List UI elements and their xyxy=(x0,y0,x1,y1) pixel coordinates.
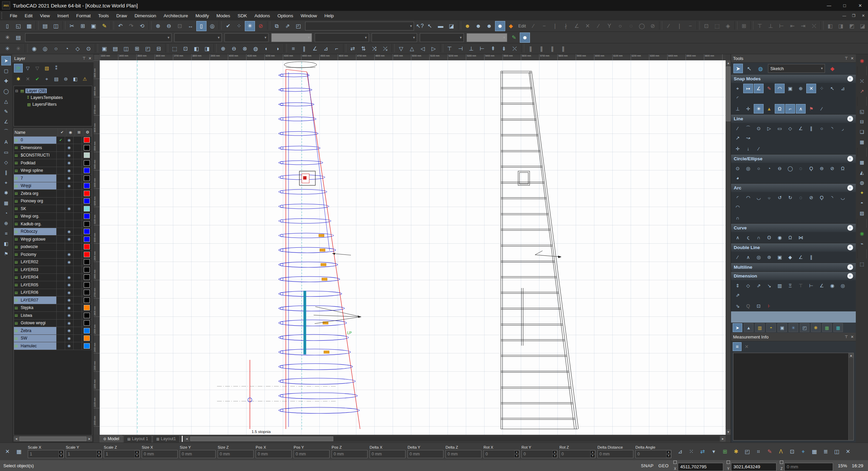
layer-color-cell[interactable] xyxy=(82,198,92,205)
dimension-tool-icon[interactable]: ⊡ xyxy=(754,301,764,311)
layer-color-swatch[interactable] xyxy=(84,328,90,333)
toolbar-icon[interactable]: ✳ xyxy=(2,44,13,54)
layer-active-check[interactable] xyxy=(57,251,65,258)
world-icon[interactable]: ◍ xyxy=(756,64,765,73)
inspector-icon[interactable]: ▦ xyxy=(809,447,820,457)
menu-item[interactable]: Format xyxy=(73,11,95,20)
inspector-icon[interactable]: Λ xyxy=(776,447,786,457)
layer-row[interactable]: ▤LAYER06 ◉ xyxy=(14,289,92,297)
inspector-field-box[interactable]: 0 mm ▲▼ xyxy=(370,450,406,458)
close-icon[interactable]: ✕ xyxy=(851,335,854,339)
toolbar-icon[interactable]: ⇥ xyxy=(798,21,808,31)
toolbar-icon[interactable]: ✳ xyxy=(13,44,23,54)
layer-lock-cell[interactable] xyxy=(74,320,82,327)
curve-tool-icon[interactable]: Ω xyxy=(785,233,795,242)
close-icon[interactable]: ✕ xyxy=(88,56,92,61)
toolbar-icon[interactable]: ◇ xyxy=(73,44,83,54)
spin-down-icon[interactable]: ▼ xyxy=(135,454,139,458)
modify-tool-icon[interactable]: ▩ xyxy=(857,158,867,167)
axis-checkbox[interactable] xyxy=(780,460,783,464)
line-tool-icon[interactable]: ⊙ xyxy=(754,124,764,133)
spin-down-icon[interactable]: ▼ xyxy=(552,454,557,458)
layer-color-cell[interactable] xyxy=(82,152,92,159)
doubleline-tool-icon[interactable]: ◎ xyxy=(754,252,764,262)
section-header-snap[interactable]: Snap Modes « xyxy=(731,74,856,83)
layer-color-swatch[interactable] xyxy=(84,213,90,219)
layer-lock-cell[interactable] xyxy=(74,251,82,258)
section-header-line[interactable]: Line « xyxy=(731,114,856,123)
toolbar-icon[interactable]: ⇞ xyxy=(488,44,498,54)
circle-tool-icon[interactable]: ◯ xyxy=(785,164,795,173)
toolbar-icon[interactable]: ⊕ xyxy=(218,44,228,54)
geo-toggle[interactable]: GEO xyxy=(658,463,669,468)
toolbar-icon[interactable]: ✕ xyxy=(583,21,593,31)
palette-tab-icon[interactable]: ➤ xyxy=(733,323,742,332)
toolbar-icon[interactable]: ⊕ xyxy=(153,21,163,31)
section-header-curve[interactable]: Curve « xyxy=(731,223,856,232)
layer-lock-cell[interactable] xyxy=(74,152,82,159)
doubleline-tool-icon[interactable]: ▣ xyxy=(775,252,785,262)
layer-lock-cell[interactable] xyxy=(74,281,82,289)
layer-color-swatch[interactable] xyxy=(84,191,90,196)
layer-lock-cell[interactable] xyxy=(74,198,82,205)
toolbar-icon[interactable]: ▣ xyxy=(99,44,110,54)
toolbar-icon[interactable]: ⊞ xyxy=(78,21,88,31)
layer-lock-cell[interactable] xyxy=(74,213,82,220)
inspector-field-box[interactable]: 0 mm ▲▼ xyxy=(218,450,254,458)
layer-toolbar-icon[interactable]: ✔ xyxy=(33,75,42,83)
edit-tool-icon[interactable]: ↖ xyxy=(745,64,754,73)
menu-item[interactable]: Window xyxy=(297,11,321,20)
snap-mode-icon[interactable]: ↦ xyxy=(743,84,753,93)
layer-tree-item[interactable]: ⁑ LayersTemplates xyxy=(15,94,91,101)
layer-toolbar-icon[interactable]: ✱ xyxy=(14,75,23,83)
doubleline-tool-icon[interactable]: ⊚ xyxy=(764,252,774,262)
modify-tool-icon[interactable] xyxy=(857,219,867,228)
toolbar-icon[interactable]: ⊗ xyxy=(240,44,250,54)
modify-tool-icon[interactable]: ❏ xyxy=(857,127,867,137)
snap-mode-icon[interactable]: ✳ xyxy=(754,104,764,114)
layer-color-swatch[interactable] xyxy=(84,221,90,227)
circle-tool-icon[interactable]: ⊘ xyxy=(827,164,837,173)
curve-tool-icon[interactable]: ς xyxy=(743,233,753,242)
layer-color-cell[interactable] xyxy=(82,205,92,212)
toolbar-icon[interactable]: ⇤ xyxy=(787,21,797,31)
line-tool-icon[interactable]: ↓ xyxy=(743,144,753,153)
toolbar-icon[interactable]: ⬚ xyxy=(712,21,722,31)
layer-active-check[interactable] xyxy=(57,167,65,175)
toolbar-icon[interactable]: ⇅ xyxy=(358,44,369,54)
layer-color-cell[interactable] xyxy=(82,182,92,190)
snap-mode-icon[interactable]: ⌐ xyxy=(785,104,795,114)
layer-toolbar-icon[interactable]: ▧ xyxy=(42,64,51,73)
doubleline-tool-icon[interactable]: ∥ xyxy=(806,252,816,262)
toolbar-icon[interactable]: ∣ xyxy=(550,21,560,31)
layer-lock-cell[interactable] xyxy=(74,327,82,334)
toolbar-icon[interactable] xyxy=(25,44,28,53)
layer-visible-eye-icon[interactable] xyxy=(65,198,74,205)
spin-down-icon[interactable]: ▼ xyxy=(97,454,101,458)
arc-tool-icon[interactable]: ◠ xyxy=(743,193,753,202)
toolbar-icon[interactable]: ▤ xyxy=(13,33,23,43)
palette-tab-icon[interactable]: ✳ xyxy=(789,323,798,332)
toolbar-icon[interactable] xyxy=(165,44,168,53)
expand-icon[interactable]: » xyxy=(847,264,853,270)
layer-visible-eye-icon[interactable]: ◉ xyxy=(65,228,74,236)
layer-row[interactable]: ▤Gotowe wręgi ◉ xyxy=(14,320,92,327)
layer-lock-cell[interactable] xyxy=(74,236,82,243)
line-tool-icon[interactable]: ✛ xyxy=(733,144,743,153)
modify-tool-icon[interactable]: ⊟ xyxy=(857,117,867,126)
toolbar-icon[interactable]: ◧ xyxy=(825,21,835,31)
layer-lock-cell[interactable] xyxy=(74,342,82,350)
toolbar-icon[interactable] xyxy=(343,44,346,53)
toolbar-icon[interactable]: ✂ xyxy=(67,21,77,31)
scroll-right-icon[interactable]: ► xyxy=(720,436,726,442)
doubleline-tool-icon[interactable]: ∕ xyxy=(733,252,743,262)
arc-tool-icon[interactable]: ⊘ xyxy=(806,193,816,202)
inspector-icon[interactable]: ⇄ xyxy=(697,447,708,457)
toolbar-icon[interactable]: ⤨ xyxy=(369,44,379,54)
dimension-tool-icon[interactable]: ∠ xyxy=(817,281,827,290)
toolbar-icon[interactable] xyxy=(521,44,524,53)
mdi-control-button[interactable]: — xyxy=(840,12,849,20)
toolbar-icon[interactable] xyxy=(214,44,217,53)
toolbar-icon[interactable]: ⊖ xyxy=(229,44,239,54)
layer-row[interactable]: ▤Stępka ◉ xyxy=(14,304,92,312)
